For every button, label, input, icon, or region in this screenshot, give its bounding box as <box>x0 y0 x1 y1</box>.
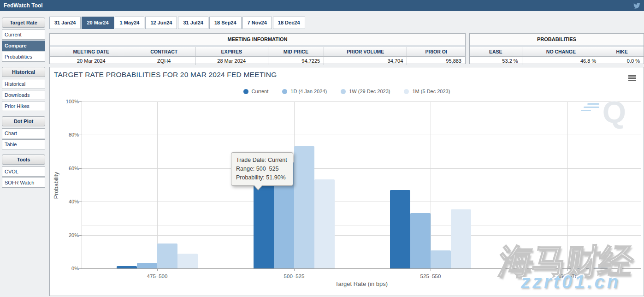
meeting-information-data-row: 20 Mar 2024ZQH428 Mar 202494.722534,7049… <box>50 57 465 65</box>
sidebar-item-sofr-watch[interactable]: SOFR Watch <box>2 178 45 188</box>
chart-tooltip: Trade Date: Current Range: 500–525 Proba… <box>231 152 293 186</box>
legend-label: 1M (5 Dec 2023) <box>412 89 450 94</box>
y-tick-label: 60% <box>60 166 79 171</box>
bar-1m-0[interactable] <box>177 254 198 268</box>
meeting-information-col-header: CONTRACT <box>133 47 195 57</box>
bar-1w-0[interactable] <box>157 244 177 268</box>
tab-31-jul24[interactable]: 31 Jul24 <box>178 17 208 29</box>
meeting-information-col-header: EXPIRES <box>195 47 268 57</box>
bar-1d-2[interactable] <box>410 213 431 268</box>
bar-1m-1[interactable] <box>314 179 335 268</box>
fedwatch-page: { "header": { "title": "FedWatch Tool", … <box>0 0 644 297</box>
legend-dot-icon <box>404 89 409 94</box>
meeting-information-value: 94.7225 <box>268 57 324 65</box>
probabilities-data-row: 53.2 %46.8 %0.0 % <box>470 57 644 65</box>
y-tick-label: 80% <box>60 132 79 137</box>
y-tick-label: 20% <box>60 232 79 238</box>
gridline-extra <box>82 226 641 226</box>
probabilities-value: 0.0 % <box>600 57 644 65</box>
meeting-information-value: 34,704 <box>324 57 407 65</box>
sidebar-item-prior-hikes[interactable]: Prior Hikes <box>2 101 45 111</box>
tab-31-jan24[interactable]: 31 Jan24 <box>49 17 81 29</box>
legend-item-1m[interactable]: 1M (5 Dec 2023) <box>404 89 450 94</box>
sidebar-group-header-tools[interactable]: Tools <box>2 154 45 165</box>
app-header: FedWatch Tool <box>0 0 644 11</box>
probabilities-header-row: EASENO CHANGEHIKE <box>470 47 644 57</box>
tab-7-nov24[interactable]: 7 Nov24 <box>242 17 272 29</box>
y-tick-label: 100% <box>60 99 79 104</box>
legend-dot-icon <box>243 89 248 94</box>
y-axis-line <box>82 101 82 268</box>
bar-1w-2[interactable] <box>431 250 451 268</box>
probabilities-col-header: NO CHANGE <box>522 47 600 57</box>
gridline-y-60 <box>82 168 641 169</box>
gridline-y-20 <box>82 235 641 236</box>
bar-1m-2[interactable] <box>451 209 471 268</box>
x-tick-mark <box>431 268 431 271</box>
meeting-information-value: 28 Mar 2024 <box>195 57 268 65</box>
sidebar-item-historical[interactable]: Historical <box>2 79 45 89</box>
tooltip-probability: Probability: 51.90% <box>236 173 287 182</box>
x-tick-label: 525–550 <box>403 273 458 279</box>
probabilities-panel: PROBABILITIES EASENO CHANGEHIKE 53.2 %46… <box>469 33 644 64</box>
legend-item-1w[interactable]: 1W (29 Dec 2023) <box>341 89 390 94</box>
site-watermark: zzrt01.cn <box>521 272 620 292</box>
quikstrike-logo-watermark: Q <box>603 97 626 127</box>
tooltip-trade-date: Trade Date: Current <box>236 156 287 165</box>
y-tick-mark <box>79 268 82 269</box>
y-tick-label: 0% <box>60 266 79 271</box>
x-axis-title: Target Rate (in bps) <box>292 280 431 287</box>
sidebar-item-chart[interactable]: Chart <box>2 128 45 138</box>
bar-current-1[interactable] <box>254 182 274 268</box>
bar-current-2[interactable] <box>390 190 410 268</box>
sidebar-item-table[interactable]: Table <box>2 139 45 149</box>
sidebar-item-compare[interactable]: Compare <box>2 41 45 51</box>
app-title: FedWatch Tool <box>4 2 43 9</box>
legend-label: 1W (29 Dec 2023) <box>349 89 390 94</box>
meeting-information-col-header: MEETING DATE <box>50 47 133 57</box>
sidebar-group-header-historical[interactable]: Historical <box>2 67 45 77</box>
sidebar-item-downloads[interactable]: Downloads <box>2 90 45 100</box>
meeting-information-title: MEETING INFORMATION <box>50 34 465 45</box>
twitter-bird-icon[interactable] <box>633 3 640 9</box>
meeting-information-panel: MEETING INFORMATION MEETING DATECONTRACT… <box>49 33 466 64</box>
legend-dot-icon <box>341 89 346 94</box>
x-tick-label: 475–500 <box>130 273 185 279</box>
x-tick-mark <box>294 268 295 271</box>
bar-1d-0[interactable] <box>137 263 157 268</box>
tab-20-mar24[interactable]: 20 Mar24 <box>82 17 113 29</box>
chart-menu-icon[interactable] <box>628 75 636 82</box>
meeting-information-col-header: PRIOR VOLUME <box>324 47 407 57</box>
chart-legend: Current1D (4 Jan 2024)1W (29 Dec 2023)1M… <box>50 89 644 94</box>
sidebar-item-cvol[interactable]: CVOL <box>2 166 45 177</box>
probabilities-value: 46.8 % <box>522 57 600 65</box>
meeting-information-value: 20 Mar 2024 <box>50 57 133 65</box>
tooltip-range: Range: 500–525 <box>236 165 287 173</box>
bar-current-0[interactable] <box>117 266 137 268</box>
legend-item-1d[interactable]: 1D (4 Jan 2024) <box>282 89 327 94</box>
tab-18-dec24[interactable]: 18 Dec24 <box>273 17 305 29</box>
meeting-information-value: ZQH4 <box>133 57 195 65</box>
chart-panel: TARGET RATE PROBABILITIES FOR 20 MAR 202… <box>49 67 644 296</box>
meeting-information-table: MEETING DATECONTRACTEXPIRESMID PRICEPRIO… <box>50 47 465 65</box>
tab-18-sep24[interactable]: 18 Sep24 <box>209 17 242 29</box>
probabilities-value: 53.2 % <box>470 57 522 65</box>
quikstrike-logo-lines <box>581 103 599 113</box>
gridline-x-2 <box>431 101 431 268</box>
sidebar: Target RateCurrentCompareProbabilitiesHi… <box>2 17 45 189</box>
bar-1w-1[interactable] <box>294 146 314 268</box>
sidebar-group-header-target-rate[interactable]: Target Rate <box>2 18 45 28</box>
legend-item-current[interactable]: Current <box>243 89 269 94</box>
y-axis-title: Probability <box>53 162 59 208</box>
tab-1-may24[interactable]: 1 May24 <box>115 17 145 29</box>
sidebar-group-header-dot-plot[interactable]: Dot Plot <box>2 116 45 126</box>
legend-label: Current <box>252 89 269 94</box>
probabilities-table: EASENO CHANGEHIKE 53.2 %46.8 %0.0 % <box>470 47 644 65</box>
sidebar-item-probabilities[interactable]: Probabilities <box>2 52 45 62</box>
sidebar-item-current[interactable]: Current <box>2 30 45 40</box>
tab-12-jun24[interactable]: 12 Jun24 <box>145 17 177 29</box>
y-tick-label: 40% <box>60 199 79 204</box>
meeting-information-header-row: MEETING DATECONTRACTEXPIRESMID PRICEPRIO… <box>50 47 465 57</box>
gridline-y-100 <box>82 101 641 102</box>
x-tick-mark <box>157 268 158 271</box>
